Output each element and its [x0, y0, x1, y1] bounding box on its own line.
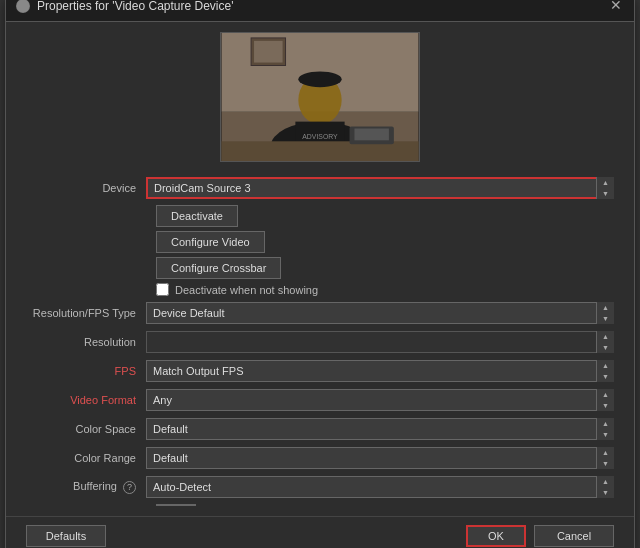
device-row: Device DroidCam Source 3 ▲ ▼: [26, 176, 614, 200]
configure-crossbar-button[interactable]: Configure Crossbar: [156, 257, 281, 279]
video-format-row: Video Format Any ▲ ▼: [26, 388, 614, 412]
vf-up[interactable]: ▲: [597, 389, 614, 400]
buffering-row: Buffering ? Auto-Detect ▲ ▼: [26, 475, 614, 499]
content-area: Device DroidCam Source 3 ▲ ▼ Deactivate …: [6, 170, 634, 516]
resolution-fps-row: Resolution/FPS Type Device Default ▲ ▼: [26, 301, 614, 325]
buffering-select[interactable]: Auto-Detect: [146, 476, 614, 498]
ok-button[interactable]: OK: [466, 525, 526, 547]
buffering-wrapper: Auto-Detect ▲ ▼: [146, 476, 614, 498]
color-range-label: Color Range: [26, 452, 146, 464]
configure-video-button[interactable]: Configure Video: [156, 231, 265, 253]
deactivate-checkbox-row: Deactivate when not showing: [156, 283, 614, 296]
color-space-row: Color Space Default ▲ ▼: [26, 417, 614, 441]
close-button[interactable]: ✕: [608, 0, 624, 14]
buffering-label: Buffering ?: [26, 480, 146, 494]
color-range-select[interactable]: Default: [146, 447, 614, 469]
resolution-select[interactable]: [146, 331, 614, 353]
res-fps-down[interactable]: ▼: [597, 313, 614, 324]
device-spinner-down[interactable]: ▼: [597, 188, 614, 199]
configure-crossbar-row: Configure Crossbar: [156, 257, 614, 279]
cs-down[interactable]: ▼: [597, 429, 614, 440]
resolution-wrapper: ▲ ▼: [146, 331, 614, 353]
device-spinner: ▲ ▼: [596, 177, 614, 199]
camera-preview: ADVISORY BOARD HARD: [220, 32, 420, 162]
dialog: Properties for 'Video Capture Device' ✕: [5, 0, 635, 548]
footer: Defaults OK Cancel: [6, 516, 634, 548]
svg-text:ADVISORY: ADVISORY: [302, 133, 338, 140]
title-bar: Properties for 'Video Capture Device' ✕: [6, 0, 634, 22]
resolution-row: Resolution ▲ ▼: [26, 330, 614, 354]
configure-video-row: Configure Video: [156, 231, 614, 253]
cr-down[interactable]: ▼: [597, 458, 614, 469]
fps-wrapper: Match Output FPS ▲ ▼: [146, 360, 614, 382]
title-bar-left: Properties for 'Video Capture Device': [16, 0, 233, 13]
resolution-fps-spinner: ▲ ▼: [596, 302, 614, 324]
buf-up[interactable]: ▲: [597, 476, 614, 487]
fps-row: FPS Match Output FPS ▲ ▼: [26, 359, 614, 383]
vf-down[interactable]: ▼: [597, 400, 614, 411]
fps-up[interactable]: ▲: [597, 360, 614, 371]
fps-down[interactable]: ▼: [597, 371, 614, 382]
resolution-spinner: ▲ ▼: [596, 331, 614, 353]
resolution-fps-select[interactable]: Device Default: [146, 302, 614, 324]
buffering-info-icon: ?: [123, 481, 136, 494]
color-space-spinner: ▲ ▼: [596, 418, 614, 440]
device-select-wrapper: DroidCam Source 3 ▲ ▼: [146, 177, 614, 199]
color-range-wrapper: Default ▲ ▼: [146, 447, 614, 469]
deactivate-checkbox-label: Deactivate when not showing: [175, 284, 318, 296]
video-format-select[interactable]: Any: [146, 389, 614, 411]
svg-point-10: [298, 71, 341, 87]
svg-rect-4: [254, 41, 283, 63]
video-format-wrapper: Any ▲ ▼: [146, 389, 614, 411]
device-spinner-up[interactable]: ▲: [597, 177, 614, 188]
res-up[interactable]: ▲: [597, 331, 614, 342]
resolution-fps-wrapper: Device Default ▲ ▼: [146, 302, 614, 324]
color-space-label: Color Space: [26, 423, 146, 435]
deactivate-row: Deactivate: [156, 205, 614, 227]
cr-up[interactable]: ▲: [597, 447, 614, 458]
video-format-label: Video Format: [26, 394, 146, 406]
defaults-button[interactable]: Defaults: [26, 525, 106, 547]
resolution-fps-label: Resolution/FPS Type: [26, 307, 146, 319]
cs-up[interactable]: ▲: [597, 418, 614, 429]
video-format-spinner: ▲ ▼: [596, 389, 614, 411]
color-range-row: Color Range Default ▲ ▼: [26, 446, 614, 470]
color-space-select[interactable]: Default: [146, 418, 614, 440]
device-select[interactable]: DroidCam Source 3: [146, 177, 614, 199]
footer-right: OK Cancel: [466, 525, 614, 547]
device-label: Device: [26, 182, 146, 194]
app-icon: [16, 0, 30, 13]
cancel-button[interactable]: Cancel: [534, 525, 614, 547]
preview-area: ADVISORY BOARD HARD: [6, 22, 634, 170]
buf-down[interactable]: ▼: [597, 487, 614, 498]
color-range-spinner: ▲ ▼: [596, 447, 614, 469]
fps-label: FPS: [26, 365, 146, 377]
fps-select[interactable]: Match Output FPS: [146, 360, 614, 382]
deactivate-button[interactable]: Deactivate: [156, 205, 238, 227]
buffering-spinner: ▲ ▼: [596, 476, 614, 498]
resolution-label: Resolution: [26, 336, 146, 348]
dialog-title: Properties for 'Video Capture Device': [37, 0, 233, 13]
color-space-wrapper: Default ▲ ▼: [146, 418, 614, 440]
fps-spinner: ▲ ▼: [596, 360, 614, 382]
divider-line: [156, 504, 196, 506]
deactivate-checkbox[interactable]: [156, 283, 169, 296]
res-fps-up[interactable]: ▲: [597, 302, 614, 313]
svg-rect-13: [354, 129, 388, 141]
res-down[interactable]: ▼: [597, 342, 614, 353]
